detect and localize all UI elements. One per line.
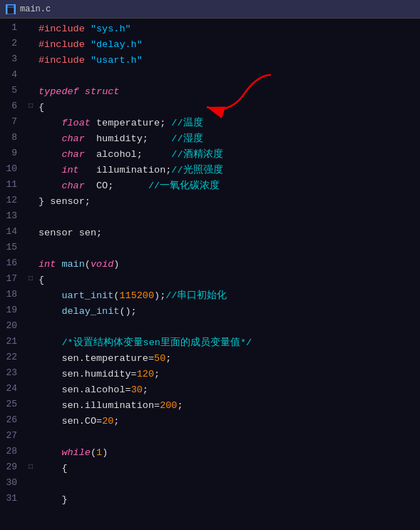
line-number: 24: [0, 382, 26, 394]
fold-gutter[interactable]: [26, 194, 36, 196]
line-content: [36, 241, 420, 257]
code-line: 14sensor sen;: [0, 225, 420, 241]
title-bar: main.c: [0, 0, 420, 19]
fold-gutter[interactable]: [26, 304, 36, 306]
line-number: 22: [0, 351, 26, 362]
fold-gutter[interactable]: [26, 225, 36, 228]
line-number: 11: [0, 178, 26, 190]
line-number: 13: [0, 210, 26, 221]
code-line: 21 /*设置结构体变量sen里面的成员变量值*/: [0, 335, 420, 351]
line-number: 30: [0, 477, 26, 488]
fold-gutter[interactable]: [26, 210, 36, 212]
line-number: 3: [0, 53, 26, 64]
code-line: 31 }: [0, 492, 420, 508]
fold-gutter[interactable]: [26, 398, 36, 400]
line-number: 10: [0, 163, 26, 174]
fold-gutter[interactable]: [26, 382, 36, 384]
code-line: 2#include "delay.h": [0, 37, 420, 53]
code-line: 7 float temperature; //温度: [0, 116, 420, 131]
code-line: 17□{: [0, 272, 420, 288]
line-content: sen.temperature=50;: [36, 351, 420, 367]
code-line: 12} sensor;: [0, 194, 420, 210]
line-content: {: [36, 100, 420, 116]
fold-gutter[interactable]: [26, 116, 36, 118]
line-content: sen.alcohol=30;: [36, 382, 420, 398]
fold-gutter[interactable]: [26, 21, 36, 24]
fold-gutter[interactable]: [26, 351, 36, 353]
line-number: 27: [0, 429, 26, 441]
line-content: delay_init();: [36, 304, 420, 320]
line-content: [36, 429, 420, 445]
fold-gutter[interactable]: [26, 68, 36, 71]
fold-gutter[interactable]: [26, 335, 36, 337]
line-content: sen.illumination=200;: [36, 398, 420, 414]
fold-gutter[interactable]: [26, 288, 36, 290]
fold-gutter[interactable]: [26, 53, 36, 55]
fold-gutter[interactable]: [26, 37, 36, 39]
fold-gutter[interactable]: [26, 367, 36, 369]
fold-gutter[interactable]: □: [26, 272, 36, 282]
code-line: 24 sen.alcohol=30;: [0, 382, 420, 398]
line-number: 17: [0, 272, 26, 284]
line-content: /*设置结构体变量sen里面的成员变量值*/: [36, 335, 420, 351]
line-content: int main(void): [36, 257, 420, 272]
line-number: 15: [0, 241, 26, 253]
line-number: 31: [0, 492, 26, 504]
fold-gutter[interactable]: [26, 84, 36, 86]
code-line: 11 char CO; //一氧化碳浓度: [0, 178, 420, 194]
fold-gutter[interactable]: [26, 414, 36, 416]
fold-gutter[interactable]: [26, 131, 36, 133]
line-number: 6: [0, 100, 26, 111]
code-line: 27: [0, 429, 420, 445]
fold-gutter[interactable]: □: [26, 100, 36, 110]
fold-gutter[interactable]: [26, 241, 36, 243]
filename: main.c: [20, 4, 51, 14]
fold-gutter[interactable]: [26, 429, 36, 432]
line-number: 16: [0, 257, 26, 268]
svg-rect-0: [7, 5, 14, 14]
line-number: 4: [0, 68, 26, 80]
code-line: 29□ {: [0, 461, 420, 477]
code-line: 8 char humidity; //湿度: [0, 131, 420, 147]
line-content: } sensor;: [36, 194, 420, 210]
line-number: 14: [0, 225, 26, 237]
line-content: {: [36, 461, 420, 477]
code-line: 4: [0, 68, 420, 84]
code-line: 13: [0, 210, 420, 225]
line-content: typedef struct: [36, 84, 420, 100]
fold-gutter[interactable]: [26, 492, 36, 494]
fold-gutter[interactable]: [26, 147, 36, 149]
line-content: #include "usart.h": [36, 53, 420, 68]
fold-gutter[interactable]: [26, 477, 36, 479]
line-content: float temperature; //温度: [36, 116, 420, 131]
fold-gutter[interactable]: [26, 178, 36, 180]
line-number: 1: [0, 21, 26, 33]
line-number: 26: [0, 414, 26, 425]
fold-gutter[interactable]: [26, 257, 36, 259]
code-line: 26 sen.CO=20;: [0, 414, 420, 429]
line-number: 2: [0, 37, 26, 49]
line-content: while(1): [36, 445, 420, 461]
line-content: {: [36, 272, 420, 288]
line-content: [36, 477, 420, 492]
code-line: 16int main(void): [0, 257, 420, 272]
code-line: 18 uart_init(115200);//串口初始化: [0, 288, 420, 304]
line-number: 19: [0, 304, 26, 315]
line-number: 5: [0, 84, 26, 96]
line-content: sen.CO=20;: [36, 414, 420, 429]
line-number: 18: [0, 288, 26, 300]
line-content: char CO; //一氧化碳浓度: [36, 178, 420, 194]
fold-gutter[interactable]: [26, 320, 36, 322]
code-line: 5typedef struct: [0, 84, 420, 100]
fold-gutter[interactable]: □: [26, 461, 36, 471]
code-line: 22 sen.temperature=50;: [0, 351, 420, 367]
fold-gutter[interactable]: [26, 445, 36, 447]
line-content: int illumination;//光照强度: [36, 163, 420, 178]
line-number: 7: [0, 116, 26, 127]
line-content: char alcohol; //酒精浓度: [36, 147, 420, 163]
code-line: 23 sen.humidity=120;: [0, 367, 420, 382]
fold-gutter[interactable]: [26, 163, 36, 165]
code-line: 28 while(1): [0, 445, 420, 461]
line-content: [36, 68, 420, 84]
code-line: 19 delay_init();: [0, 304, 420, 320]
